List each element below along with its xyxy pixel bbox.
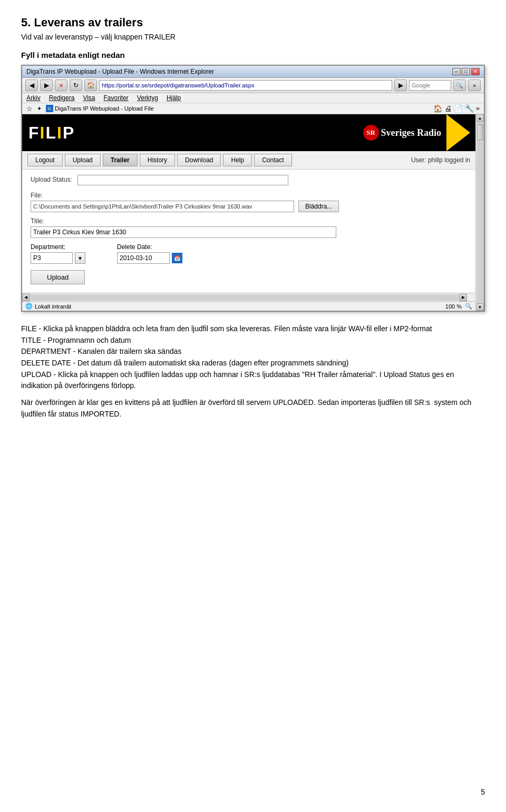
site-nav: Logout Upload Trailer History Download H… [22, 151, 475, 170]
title-label: Title: [31, 217, 467, 225]
file-row: Bläddra... [31, 201, 467, 212]
department-input[interactable] [31, 252, 73, 264]
favorites-link[interactable]: D DigaTrans IP Webupload - Upload File [46, 105, 154, 112]
sr-section: SR Sveriges Radio [81, 114, 475, 151]
page-title: 5. Leverans av trailers [21, 16, 485, 29]
toolbar-icons: 🏠 🖨 📄 🔧 » [433, 104, 480, 113]
department-select-row: ▼ [31, 252, 85, 264]
delete-date-row: 📅 [117, 252, 182, 264]
sr-badge: SR Sveriges Radio [363, 125, 442, 141]
forward-button[interactable]: ▶ [40, 80, 53, 91]
intranet-status: Lokalt intranät [35, 303, 71, 310]
menu-verktyg[interactable]: Verktyg [137, 94, 158, 102]
menu-arkiv[interactable]: Arkiv [26, 94, 41, 102]
body-paragraph-2: När överföringen är klar ges en kvittens… [21, 397, 485, 420]
body-paragraph-1: FILE - Klicka på knappen bläddra och let… [21, 323, 485, 392]
home-icon[interactable]: 🏠 [433, 104, 442, 113]
menu-hjalp[interactable]: Hjälp [167, 94, 181, 102]
site-header: FILIP SR Sveriges Radio [22, 114, 475, 151]
search-button[interactable]: 🔍 [453, 80, 466, 91]
browser-main: FILIP SR Sveriges Radio Logout Upload [22, 114, 475, 311]
browser-toolbar: ◀ ▶ ✕ ↻ 🏠 https://portal.sr.se/srdepot/d… [22, 78, 484, 93]
page-icon[interactable]: 📄 [454, 104, 463, 113]
more-button[interactable]: » [468, 80, 481, 91]
nav-trailer[interactable]: Trailer [103, 154, 138, 166]
browse-button[interactable]: Bläddra... [298, 201, 339, 212]
scroll-right-button[interactable]: ▶ [460, 294, 467, 301]
browser-status-bar: 🌐 Lokalt intranät 100 % 🔍 [22, 301, 475, 311]
calendar-icon[interactable]: 📅 [172, 253, 182, 263]
body-text: FILE - Klicka på knappen bläddra och let… [21, 323, 485, 420]
browser-inner: FILIP SR Sveriges Radio Logout Upload [22, 114, 484, 311]
menu-visa[interactable]: Visa [83, 94, 95, 102]
nav-logout[interactable]: Logout [27, 154, 63, 166]
file-input[interactable] [31, 201, 294, 212]
address-bar[interactable]: https://portal.sr.se/srdepot/digatranswe… [99, 80, 392, 91]
page-subtitle: Vid val av leveranstyp – välj knappen TR… [21, 33, 485, 41]
refresh-button[interactable]: ↻ [70, 80, 82, 91]
delete-date-label: Delete Date: [117, 243, 182, 251]
vertical-scrollbar[interactable]: ▲ ▼ [475, 114, 484, 311]
title-input[interactable] [31, 226, 336, 238]
stop-button[interactable]: ✕ [55, 80, 67, 91]
browser-title-text: DigaTrans IP Webupload - Upload File - W… [26, 68, 214, 75]
delete-date-group: Delete Date: 📅 [117, 243, 182, 264]
favorites-label: ✦ [37, 105, 42, 112]
user-info: User: philip logged in [411, 156, 470, 164]
section-heading: Fyll i metadata enligt nedan [21, 51, 485, 60]
back-button[interactable]: ◀ [25, 80, 38, 91]
department-label: Department: [31, 243, 85, 251]
favorites-link-text: DigaTrans IP Webupload - Upload File [55, 105, 154, 112]
zoom-icon: 🔍 [465, 303, 472, 310]
search-input[interactable] [409, 80, 451, 91]
globe-icon: 🌐 [25, 303, 33, 310]
filip-logo: FILIP [22, 114, 81, 151]
yellow-arrow-decoration [446, 114, 470, 151]
nav-help[interactable]: Help [223, 154, 252, 166]
horizontal-scroll-track[interactable] [30, 294, 460, 301]
upload-status-label: Upload Status: [31, 176, 72, 183]
status-left: 🌐 Lokalt intranät [25, 303, 443, 310]
upload-button-wrap: Upload [31, 270, 467, 284]
delete-date-input[interactable] [117, 252, 170, 264]
zoom-level: 100 % [445, 303, 462, 310]
two-col-row: Department: ▼ Delete Date: 📅 [31, 243, 467, 264]
more-icon[interactable]: » [476, 104, 480, 113]
favorites-star-icon: ☆ [26, 105, 33, 113]
minimize-button[interactable]: ─ [452, 68, 461, 75]
scroll-up-button[interactable]: ▲ [476, 114, 484, 122]
scroll-thumb[interactable] [477, 124, 483, 140]
scroll-down-button[interactable]: ▼ [476, 303, 484, 311]
nav-history[interactable]: History [140, 154, 175, 166]
browser-title-bar: DigaTrans IP Webupload - Upload File - W… [22, 66, 484, 78]
sr-logo-text: Sveriges Radio [381, 127, 442, 138]
upload-status-input[interactable] [77, 175, 288, 185]
horizontal-scrollbar[interactable]: ◀ ▶ [22, 293, 475, 301]
vertical-scroll-track[interactable] [476, 122, 484, 303]
status-right: 100 % 🔍 [445, 303, 472, 310]
tools-icon[interactable]: 🔧 [465, 104, 474, 113]
go-button[interactable]: ▶ [394, 80, 407, 91]
form-area: Upload Status: File: Bläddra... Title: [22, 170, 475, 293]
nav-upload[interactable]: Upload [65, 154, 101, 166]
filip-logo-text: FILIP [28, 123, 75, 143]
menu-redigera[interactable]: Redigera [49, 94, 75, 102]
home-button[interactable]: 🏠 [84, 80, 97, 91]
browser-window-controls: ─ □ ✕ [452, 68, 480, 75]
department-group: Department: ▼ [31, 243, 85, 264]
file-label: File: [31, 192, 467, 199]
upload-submit-button[interactable]: Upload [31, 270, 85, 284]
menu-bar: Arkiv Redigera Visa Favoriter Verktyg Hj… [22, 93, 484, 103]
close-button[interactable]: ✕ [471, 68, 480, 75]
nav-contact[interactable]: Contact [254, 154, 291, 166]
nav-download[interactable]: Download [177, 154, 221, 166]
maximize-button[interactable]: □ [462, 68, 470, 75]
print-icon[interactable]: 🖨 [444, 104, 452, 113]
upload-status-row: Upload Status: [31, 175, 467, 185]
department-dropdown-button[interactable]: ▼ [75, 252, 85, 264]
favorites-bar: ☆ ✦ D DigaTrans IP Webupload - Upload Fi… [22, 103, 484, 114]
menu-favoriter[interactable]: Favoriter [104, 94, 129, 102]
address-text: https://portal.sr.se/srdepot/digatranswe… [102, 82, 254, 88]
sr-logo-circle: SR [363, 125, 379, 141]
scroll-left-button[interactable]: ◀ [22, 294, 30, 301]
